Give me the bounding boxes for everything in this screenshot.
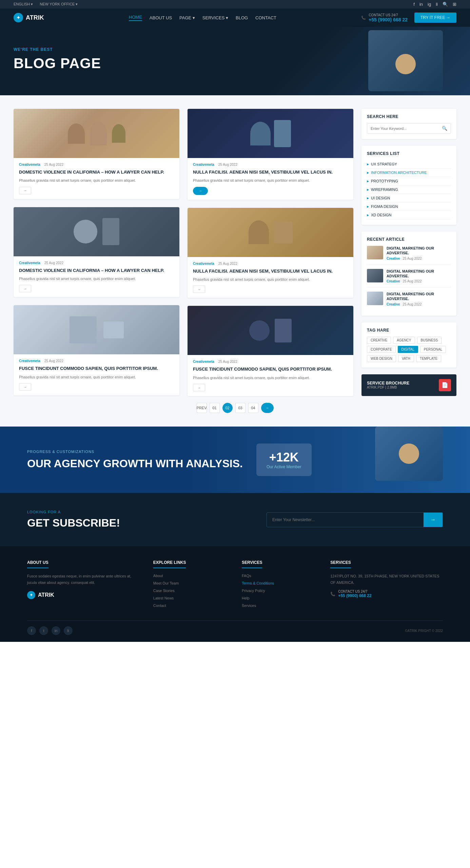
- footer-service-terms[interactable]: Terms & Conditions: [242, 581, 274, 585]
- blog-card-3-read-more[interactable]: →: [19, 285, 31, 292]
- tag-corporate[interactable]: CORPORATE: [367, 346, 396, 353]
- recent-cat-1[interactable]: Creative: [387, 279, 400, 283]
- search-icon[interactable]: 🔍: [443, 2, 448, 7]
- blog-card-6-desc: Phasellus gravida nisl sit amet turpis o…: [193, 375, 348, 381]
- service-item-5[interactable]: FIGMA DESIGN: [367, 202, 451, 211]
- nav-page[interactable]: PAGE ▾: [179, 15, 195, 20]
- recent-meta-2: Creative 25 Aug 2022: [387, 302, 451, 306]
- blog-card-1-read-more[interactable]: →: [19, 187, 31, 194]
- service-item-1[interactable]: INFORMATION ARCHITECTURE: [367, 169, 451, 177]
- footer-services-title: SERVICES: [242, 560, 262, 568]
- footer-explore-contact[interactable]: Contact: [153, 604, 166, 608]
- nav-contact[interactable]: CONTACT: [255, 15, 276, 20]
- blog-column-2: Creativemeta 25 Aug 2022 NULLA FACILISI.…: [188, 109, 353, 396]
- footer-explore-about[interactable]: About: [153, 574, 163, 578]
- tag-creative[interactable]: CREATIVE: [367, 337, 391, 344]
- blog-card-5-read-more[interactable]: →: [19, 383, 31, 391]
- page-next-button[interactable]: →: [261, 403, 274, 413]
- footer-service-privacy[interactable]: Privacy Policy: [242, 589, 265, 593]
- blog-card-6-date: 25 Aug 2022: [218, 360, 237, 363]
- copyright-text: ©ATRIK PRIGHT © 2022: [405, 629, 443, 633]
- recent-meta-0: Creative 25 Aug 2022: [387, 257, 451, 260]
- try-free-button[interactable]: TRY IT FREE →: [414, 13, 456, 23]
- footer-twitter-icon[interactable]: t: [39, 626, 48, 635]
- brochure-download-button[interactable]: 📄: [439, 379, 451, 391]
- tag-agency[interactable]: AGENCY: [393, 337, 415, 344]
- logo[interactable]: ✦ ATRIK: [14, 13, 44, 22]
- nav-about[interactable]: ABOUT US: [150, 15, 172, 20]
- recent-cat-0[interactable]: Creative: [387, 257, 400, 260]
- blog-card-5-body: Creativemeta 25 Aug 2022 FUSCE TINCIDUNT…: [14, 354, 179, 395]
- nav-services[interactable]: SERVICES ▾: [202, 15, 228, 20]
- newsletter-input[interactable]: [267, 513, 424, 527]
- service-item-6[interactable]: XD DESIGN: [367, 211, 451, 219]
- language-selector[interactable]: ENGLISH ▾: [14, 2, 33, 6]
- header: ✦ ATRIK HOME ABOUT US PAGE ▾ SERVICES ▾ …: [0, 8, 470, 27]
- service-item-0[interactable]: UX STRATEGY: [367, 160, 451, 169]
- page-3-button[interactable]: 03: [235, 403, 246, 413]
- footer-service-help[interactable]: Help: [242, 596, 250, 600]
- nav-home[interactable]: HOME: [129, 15, 142, 21]
- tag-personal[interactable]: PERSONAL: [420, 346, 446, 353]
- footer-service-faqs[interactable]: FAQs: [242, 574, 251, 578]
- subscribe-button[interactable]: →: [424, 513, 443, 527]
- footer-services-list: FAQs Terms & Conditions Privacy Policy H…: [242, 573, 317, 608]
- tag-business[interactable]: BUSINESS: [417, 337, 442, 344]
- contact-label: CONTACT US 24/7: [369, 13, 408, 17]
- page-4-button[interactable]: 04: [248, 403, 258, 413]
- blog-card-2-read-more[interactable]: →: [193, 187, 208, 195]
- recent-info-2: DIGITAL MARKETING OUR ADVERTISE. Creativ…: [387, 292, 451, 306]
- nav-blog[interactable]: BLOG: [236, 15, 248, 20]
- blog-card-1-desc: Phasellus gravida nisl sit amet turpis o…: [19, 178, 174, 183]
- service-item-4[interactable]: UI DESIGN: [367, 194, 451, 202]
- footer-bottom: f t in li ©ATRIK PRIGHT © 2022: [27, 620, 443, 635]
- blog-card-6-read-more[interactable]: →: [193, 384, 205, 391]
- footer-facebook-icon[interactable]: f: [27, 626, 36, 635]
- hero-section: WE'RE THE BEST BLOG PAGE: [0, 27, 470, 95]
- footer: ABOUT US Fusce sodales egestas neque, in…: [0, 546, 470, 642]
- blog-card-6-image: [188, 306, 353, 355]
- page-1-button[interactable]: 01: [210, 403, 220, 413]
- tag-cloud: CREATIVE AGENCY BUSINESS CORPORATE DIGIT…: [367, 337, 451, 362]
- growth-person-image: [375, 427, 443, 481]
- instagram-icon[interactable]: in: [419, 2, 423, 7]
- search-input[interactable]: [367, 123, 438, 133]
- tag-web-design[interactable]: VATH: [398, 355, 414, 362]
- office-selector[interactable]: NEW YORK OFFICE ▾: [40, 2, 78, 6]
- phone-icon: 📞: [361, 16, 366, 20]
- footer-instagram-icon[interactable]: in: [52, 626, 60, 635]
- footer-explore-cases[interactable]: Case Stories: [153, 589, 175, 593]
- blog-card-4-read-more[interactable]: →: [193, 285, 205, 293]
- grid-icon[interactable]: ⊞: [453, 2, 456, 7]
- linkedin-icon[interactable]: li: [436, 2, 438, 7]
- service-item-3[interactable]: WIREFRAMING: [367, 185, 451, 194]
- search-title: SEARCH HERE: [367, 114, 451, 119]
- blog-card-1-image: [14, 109, 179, 158]
- footer-service-services[interactable]: Services: [242, 604, 256, 608]
- footer-services2-title: SERVICES: [330, 560, 351, 568]
- footer-explore-team[interactable]: Meet Our Team: [153, 581, 179, 585]
- twitter-icon[interactable]: ig: [428, 2, 431, 7]
- service-item-2[interactable]: PROTOTYPING: [367, 177, 451, 185]
- blog-card-1: Creativemeta 25 Aug 2022 DOMESTIC VIOLEN…: [14, 109, 179, 199]
- tags-section: TAG HARE CREATIVE AGENCY BUSINESS CORPOR…: [361, 322, 456, 368]
- recent-cat-2[interactable]: Creative: [387, 302, 400, 306]
- search-button[interactable]: 🔍: [438, 123, 451, 133]
- tag-digital[interactable]: DIGITAL: [398, 346, 418, 353]
- blog-card-5-desc: Phasellus gravida nisl sit amet turpis o…: [19, 374, 174, 380]
- footer-linkedin-icon[interactable]: li: [64, 626, 73, 635]
- recent-date-1: 25 Aug 2022: [403, 279, 422, 283]
- tag-template[interactable]: TEMPLATE: [416, 355, 441, 362]
- blog-card-4-title: NULLA FACILISI. AENEAN NISI SEM, VESTIBU…: [193, 268, 348, 274]
- tag-vath[interactable]: WEB DESIGN: [367, 355, 396, 362]
- blog-card-4-body: Creativemeta 25 Aug 2022 NULLA FACILISI.…: [188, 257, 353, 298]
- blog-card-5: Creativemeta 25 Aug 2022 FUSCE TINCIDUNT…: [14, 305, 179, 395]
- footer-explore-news[interactable]: Latest News: [153, 596, 174, 600]
- page-prev-button[interactable]: PREV: [197, 403, 207, 413]
- brochure-box: SERVICE BROCHURE ATRIK.PDF | 2.8MB 📄: [361, 374, 456, 396]
- facebook-icon[interactable]: f: [413, 2, 415, 7]
- blog-card-1-date: 25 Aug 2022: [44, 163, 63, 166]
- page-2-button[interactable]: 02: [222, 403, 233, 413]
- blog-card-2-author: Creativemeta: [193, 163, 214, 166]
- top-bar: ENGLISH ▾ NEW YORK OFFICE ▾ f in ig li 🔍…: [0, 0, 470, 8]
